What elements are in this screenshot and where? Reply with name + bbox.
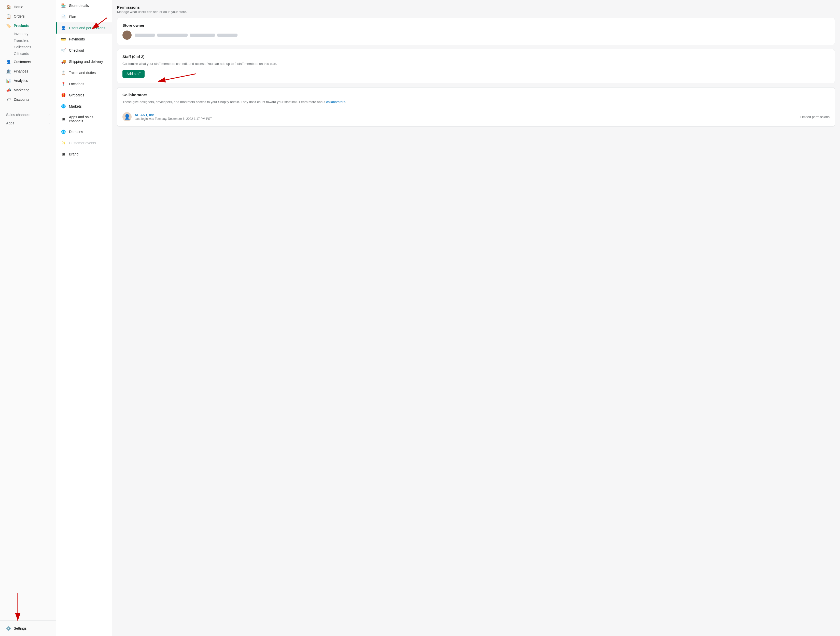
settings-menu-plan[interactable]: 📄 Plan [56, 11, 112, 22]
settings-menu: 🏪 Store details 📄 Plan 👤 Users and permi… [56, 0, 112, 636]
settings-menu-markets-label: Markets [69, 104, 82, 109]
marketing-icon: 📣 [6, 88, 11, 93]
brand-icon: ⊞ [61, 152, 66, 157]
sidebar-item-sales-channels[interactable]: Sales channels › [2, 111, 54, 119]
permissions-title: Permissions [117, 5, 835, 9]
locations-icon: 📍 [61, 82, 66, 87]
chevron-right-icon: › [49, 113, 50, 116]
sidebar-item-discounts[interactable]: 🏷 Discounts [2, 95, 54, 104]
gift-cards-icon: 🎁 [61, 93, 66, 98]
staff-card: Staff (0 of 2) Customize what your staff… [117, 49, 835, 83]
sidebar-item-apps[interactable]: Apps › [2, 119, 54, 127]
permissions-header: Permissions Manage what users can see or… [117, 5, 835, 14]
settings-menu-taxes-label: Taxes and duties [69, 71, 96, 75]
staff-description: Customize what your staff members can ed… [122, 62, 830, 66]
blur-extra [189, 33, 215, 37]
plan-icon: 📄 [61, 14, 66, 19]
sidebar-item-transfers[interactable]: Transfers [12, 37, 56, 44]
sidebar-item-products[interactable]: 🏷️ Products [2, 21, 54, 30]
users-icon: 👤 [61, 25, 66, 30]
payments-icon: 💳 [61, 37, 66, 42]
orders-icon: 📋 [6, 14, 11, 19]
sidebar-item-products-label: Products [14, 24, 29, 28]
sidebar-item-customers[interactable]: 👤 Customers [2, 57, 54, 66]
settings-menu-shipping-label: Shipping and delivery [69, 60, 103, 64]
apps-sales-icon: ⊞ [61, 116, 66, 121]
settings-menu-checkout-label: Checkout [69, 48, 84, 52]
settings-menu-payments[interactable]: 💳 Payments [56, 33, 112, 45]
add-staff-button[interactable]: Add staff [122, 70, 145, 78]
settings-label: Settings [14, 627, 27, 630]
sidebar-item-marketing[interactable]: 📣 Marketing [2, 85, 54, 94]
settings-menu-gift-cards[interactable]: 🎁 Gift cards [56, 90, 112, 101]
staff-title: Staff (0 of 2) [122, 54, 830, 59]
discounts-icon: 🏷 [6, 97, 11, 102]
settings-menu-checkout[interactable]: 🛒 Checkout [56, 45, 112, 56]
taxes-icon: 📋 [61, 70, 66, 75]
markets-icon: 🌐 [61, 104, 66, 109]
store-owner-info [135, 33, 237, 37]
settings-nav-item[interactable]: ⚙️ Settings [4, 624, 52, 633]
settings-menu-locations[interactable]: 📍 Locations [56, 78, 112, 90]
collaborator-name[interactable]: APIANT, Inc. [135, 113, 797, 117]
blur-email [157, 33, 188, 37]
domains-icon: 🌐 [61, 129, 66, 134]
collab-desc-period: . [345, 100, 346, 104]
chevron-right-icon: › [49, 121, 50, 125]
blur-extra2 [217, 33, 237, 37]
sales-channels-label: Sales channels [6, 113, 30, 117]
store-details-icon: 🏪 [61, 3, 66, 8]
settings-menu-brand[interactable]: ⊞ Brand [56, 149, 112, 160]
settings-menu-store-details[interactable]: 🏪 Store details [56, 0, 112, 11]
checkout-icon: 🛒 [61, 48, 66, 53]
collaborator-avatar: 👤 [122, 112, 132, 121]
settings-menu-domains[interactable]: 🌐 Domains [56, 126, 112, 137]
sidebar-item-finances[interactable]: 🏦 Finances [2, 67, 54, 76]
collaborator-permissions: Limited permissions [800, 115, 830, 119]
sidebar-item-collections[interactable]: Collections [12, 44, 56, 50]
store-owner-title: Store owner [122, 23, 830, 27]
settings-menu-users-permissions[interactable]: 👤 Users and permissions [56, 22, 112, 33]
store-owner-card: Store owner [117, 18, 835, 45]
settings-menu-domains-label: Domains [69, 130, 83, 134]
avatar [122, 30, 132, 40]
sidebar-item-analytics[interactable]: 📊 Analytics [2, 76, 54, 85]
settings-menu-taxes[interactable]: 📋 Taxes and duties [56, 67, 112, 78]
sidebar-item-orders-label: Orders [14, 14, 25, 18]
collaborator-row: 👤 APIANT, Inc. Last login was Tuesday, D… [122, 108, 830, 121]
apps-label: Apps [6, 121, 14, 125]
sidebar-bottom: ⚙️ Settings [0, 620, 56, 636]
settings-menu-customer-events-label: Customer events [69, 141, 96, 145]
left-sidebar: 🏠 Home 📋 Orders 🏷️ Products Inventory Tr… [0, 0, 56, 636]
collaborators-description: These give designers, developers, and ma… [122, 100, 830, 104]
sidebar-item-home[interactable]: 🏠 Home [2, 2, 54, 11]
settings-menu-payments-label: Payments [69, 37, 85, 41]
settings-menu-apps-sales-label: Apps and sales channels [69, 115, 108, 123]
home-icon: 🏠 [6, 4, 11, 9]
shipping-icon: 🚚 [61, 59, 66, 64]
products-icon: 🏷️ [6, 23, 11, 28]
collaborator-info: APIANT, Inc. Last login was Tuesday, Dec… [135, 113, 797, 121]
settings-icon: ⚙️ [6, 626, 11, 631]
settings-menu-shipping[interactable]: 🚚 Shipping and delivery [56, 56, 112, 67]
sidebar-item-home-label: Home [14, 5, 23, 9]
settings-menu-markets[interactable]: 🌐 Markets [56, 101, 112, 112]
sidebar-item-customers-label: Customers [14, 60, 31, 64]
collaborator-last-login: Last login was Tuesday, December 6, 2022… [135, 117, 797, 121]
customer-events-icon: ✨ [61, 140, 66, 145]
collaborators-link[interactable]: collaborators [326, 100, 345, 104]
blur-name [135, 33, 155, 37]
settings-menu-apps-sales[interactable]: ⊞ Apps and sales channels [56, 112, 112, 126]
analytics-icon: 📊 [6, 78, 11, 83]
sidebar-item-orders[interactable]: 📋 Orders [2, 12, 54, 21]
collaborators-card: Collaborators These give designers, deve… [117, 87, 835, 127]
settings-menu-users-label: Users and permissions [69, 26, 105, 30]
products-submenu: Inventory Transfers Collections Gift car… [0, 30, 56, 57]
settings-menu-plan-label: Plan [69, 15, 76, 19]
sidebar-item-inventory[interactable]: Inventory [12, 30, 56, 37]
sidebar-item-discounts-label: Discounts [14, 98, 29, 101]
sidebar-item-analytics-label: Analytics [14, 79, 28, 83]
settings-menu-brand-label: Brand [69, 152, 78, 156]
sidebar-item-giftcards[interactable]: Gift cards [12, 50, 56, 57]
settings-menu-customer-events: ✨ Customer events [56, 137, 112, 149]
